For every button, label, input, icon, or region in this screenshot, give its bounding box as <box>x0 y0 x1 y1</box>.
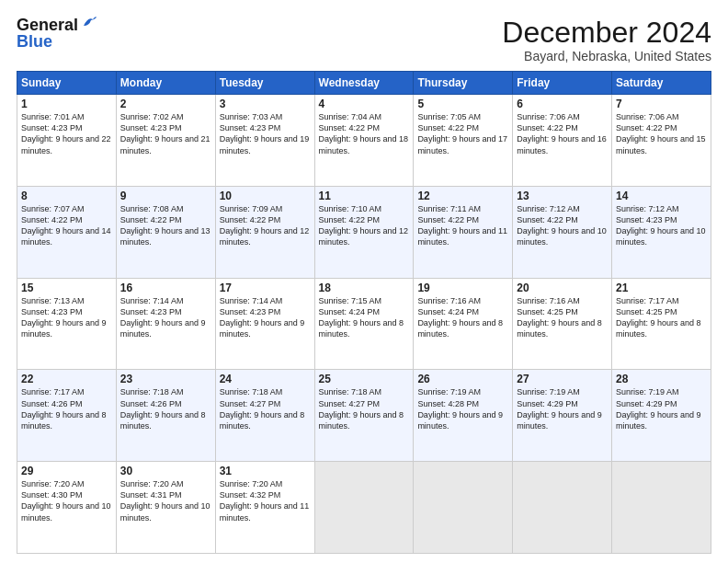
day-number: 1 <box>21 98 112 110</box>
calendar-cell: 4 Sunrise: 7:04 AM Sunset: 4:22 PM Dayli… <box>314 95 414 187</box>
cell-details: Sunrise: 7:10 AM Sunset: 4:22 PM Dayligh… <box>319 203 410 248</box>
cell-details: Sunrise: 7:18 AM Sunset: 4:26 PM Dayligh… <box>120 386 211 431</box>
day-number: 15 <box>21 282 112 294</box>
page: General Blue December 2024 Bayard, Nebra… <box>0 0 728 563</box>
day-number: 18 <box>319 282 410 294</box>
calendar-cell: 2 Sunrise: 7:02 AM Sunset: 4:23 PM Dayli… <box>116 95 215 187</box>
calendar-cell: 20 Sunrise: 7:16 AM Sunset: 4:25 PM Dayl… <box>513 278 612 370</box>
col-sunday: Sunday <box>17 72 117 95</box>
cell-details: Sunrise: 7:20 AM Sunset: 4:30 PM Dayligh… <box>21 478 112 523</box>
day-number: 8 <box>21 190 112 202</box>
logo: General Blue <box>17 17 78 50</box>
day-number: 23 <box>120 373 211 385</box>
calendar-week-row: 22 Sunrise: 7:17 AM Sunset: 4:26 PM Dayl… <box>17 370 711 462</box>
day-number: 16 <box>120 282 211 294</box>
day-number: 24 <box>220 373 311 385</box>
day-number: 13 <box>517 190 608 202</box>
cell-details: Sunrise: 7:05 AM Sunset: 4:22 PM Dayligh… <box>417 111 508 156</box>
cell-details: Sunrise: 7:03 AM Sunset: 4:23 PM Dayligh… <box>220 111 311 156</box>
calendar-header-row: Sunday Monday Tuesday Wednesday Thursday… <box>17 72 711 95</box>
day-number: 17 <box>220 282 311 294</box>
calendar-cell: 10 Sunrise: 7:09 AM Sunset: 4:22 PM Dayl… <box>215 186 314 278</box>
header: General Blue December 2024 Bayard, Nebra… <box>17 17 711 63</box>
cell-details: Sunrise: 7:06 AM Sunset: 4:22 PM Dayligh… <box>517 111 608 156</box>
day-number: 5 <box>417 98 508 110</box>
calendar-cell: 1 Sunrise: 7:01 AM Sunset: 4:23 PM Dayli… <box>17 95 117 187</box>
calendar-cell: 27 Sunrise: 7:19 AM Sunset: 4:29 PM Dayl… <box>513 370 612 462</box>
calendar-cell: 15 Sunrise: 7:13 AM Sunset: 4:23 PM Dayl… <box>17 278 117 370</box>
cell-details: Sunrise: 7:02 AM Sunset: 4:23 PM Dayligh… <box>120 111 211 156</box>
day-number: 28 <box>616 373 707 385</box>
cell-details: Sunrise: 7:18 AM Sunset: 4:27 PM Dayligh… <box>319 386 410 431</box>
calendar-cell: 18 Sunrise: 7:15 AM Sunset: 4:24 PM Dayl… <box>314 278 414 370</box>
cell-details: Sunrise: 7:20 AM Sunset: 4:31 PM Dayligh… <box>120 478 211 523</box>
day-number: 11 <box>319 190 410 202</box>
col-saturday: Saturday <box>612 72 711 95</box>
calendar-cell: 22 Sunrise: 7:17 AM Sunset: 4:26 PM Dayl… <box>17 370 117 462</box>
cell-details: Sunrise: 7:19 AM Sunset: 4:29 PM Dayligh… <box>517 386 608 431</box>
cell-details: Sunrise: 7:18 AM Sunset: 4:27 PM Dayligh… <box>220 386 311 431</box>
cell-details: Sunrise: 7:13 AM Sunset: 4:23 PM Dayligh… <box>21 295 112 340</box>
cell-details: Sunrise: 7:19 AM Sunset: 4:29 PM Dayligh… <box>616 386 707 431</box>
cell-details: Sunrise: 7:14 AM Sunset: 4:23 PM Dayligh… <box>220 295 311 340</box>
calendar-cell: 23 Sunrise: 7:18 AM Sunset: 4:26 PM Dayl… <box>116 370 215 462</box>
day-number: 20 <box>517 282 608 294</box>
calendar-cell: 6 Sunrise: 7:06 AM Sunset: 4:22 PM Dayli… <box>513 95 612 187</box>
calendar-cell: 5 Sunrise: 7:05 AM Sunset: 4:22 PM Dayli… <box>414 95 513 187</box>
day-number: 25 <box>319 373 410 385</box>
calendar-cell: 28 Sunrise: 7:19 AM Sunset: 4:29 PM Dayl… <box>612 370 711 462</box>
calendar-cell: 24 Sunrise: 7:18 AM Sunset: 4:27 PM Dayl… <box>215 370 314 462</box>
col-thursday: Thursday <box>414 72 513 95</box>
day-number: 3 <box>220 98 311 110</box>
calendar-cell: 16 Sunrise: 7:14 AM Sunset: 4:23 PM Dayl… <box>116 278 215 370</box>
col-wednesday: Wednesday <box>314 72 414 95</box>
cell-details: Sunrise: 7:15 AM Sunset: 4:24 PM Dayligh… <box>319 295 410 340</box>
calendar-cell: 3 Sunrise: 7:03 AM Sunset: 4:23 PM Dayli… <box>215 95 314 187</box>
calendar-cell: 25 Sunrise: 7:18 AM Sunset: 4:27 PM Dayl… <box>314 370 414 462</box>
cell-details: Sunrise: 7:08 AM Sunset: 4:22 PM Dayligh… <box>120 203 211 248</box>
cell-details: Sunrise: 7:19 AM Sunset: 4:28 PM Dayligh… <box>417 386 508 431</box>
day-number: 10 <box>220 190 311 202</box>
calendar-week-row: 29 Sunrise: 7:20 AM Sunset: 4:30 PM Dayl… <box>17 462 711 554</box>
calendar-table: Sunday Monday Tuesday Wednesday Thursday… <box>17 71 711 554</box>
cell-details: Sunrise: 7:06 AM Sunset: 4:22 PM Dayligh… <box>616 111 707 156</box>
page-title: December 2024 <box>502 17 711 49</box>
calendar-cell: 26 Sunrise: 7:19 AM Sunset: 4:28 PM Dayl… <box>414 370 513 462</box>
day-number: 29 <box>21 465 112 477</box>
calendar-cell <box>314 462 414 554</box>
calendar-cell: 31 Sunrise: 7:20 AM Sunset: 4:32 PM Dayl… <box>215 462 314 554</box>
cell-details: Sunrise: 7:09 AM Sunset: 4:22 PM Dayligh… <box>220 203 311 248</box>
cell-details: Sunrise: 7:11 AM Sunset: 4:22 PM Dayligh… <box>417 203 508 248</box>
cell-details: Sunrise: 7:17 AM Sunset: 4:25 PM Dayligh… <box>616 295 707 340</box>
day-number: 30 <box>120 465 211 477</box>
day-number: 12 <box>417 190 508 202</box>
cell-details: Sunrise: 7:14 AM Sunset: 4:23 PM Dayligh… <box>120 295 211 340</box>
cell-details: Sunrise: 7:16 AM Sunset: 4:25 PM Dayligh… <box>517 295 608 340</box>
cell-details: Sunrise: 7:07 AM Sunset: 4:22 PM Dayligh… <box>21 203 112 248</box>
col-tuesday: Tuesday <box>215 72 314 95</box>
calendar-cell <box>612 462 711 554</box>
day-number: 14 <box>616 190 707 202</box>
calendar-cell: 19 Sunrise: 7:16 AM Sunset: 4:24 PM Dayl… <box>414 278 513 370</box>
calendar-cell: 7 Sunrise: 7:06 AM Sunset: 4:22 PM Dayli… <box>612 95 711 187</box>
col-monday: Monday <box>116 72 215 95</box>
calendar-cell: 14 Sunrise: 7:12 AM Sunset: 4:23 PM Dayl… <box>612 186 711 278</box>
page-subtitle: Bayard, Nebraska, United States <box>502 49 711 63</box>
cell-details: Sunrise: 7:01 AM Sunset: 4:23 PM Dayligh… <box>21 111 112 156</box>
calendar-cell: 13 Sunrise: 7:12 AM Sunset: 4:22 PM Dayl… <box>513 186 612 278</box>
cell-details: Sunrise: 7:12 AM Sunset: 4:23 PM Dayligh… <box>616 203 707 248</box>
col-friday: Friday <box>513 72 612 95</box>
day-number: 21 <box>616 282 707 294</box>
title-block: December 2024 Bayard, Nebraska, United S… <box>502 17 711 63</box>
day-number: 4 <box>319 98 410 110</box>
cell-details: Sunrise: 7:17 AM Sunset: 4:26 PM Dayligh… <box>21 386 112 431</box>
cell-details: Sunrise: 7:16 AM Sunset: 4:24 PM Dayligh… <box>417 295 508 340</box>
calendar-cell: 29 Sunrise: 7:20 AM Sunset: 4:30 PM Dayl… <box>17 462 117 554</box>
day-number: 22 <box>21 373 112 385</box>
calendar-cell: 30 Sunrise: 7:20 AM Sunset: 4:31 PM Dayl… <box>116 462 215 554</box>
calendar-week-row: 8 Sunrise: 7:07 AM Sunset: 4:22 PM Dayli… <box>17 186 711 278</box>
day-number: 6 <box>517 98 608 110</box>
calendar-week-row: 15 Sunrise: 7:13 AM Sunset: 4:23 PM Dayl… <box>17 278 711 370</box>
day-number: 31 <box>220 465 311 477</box>
day-number: 2 <box>120 98 211 110</box>
